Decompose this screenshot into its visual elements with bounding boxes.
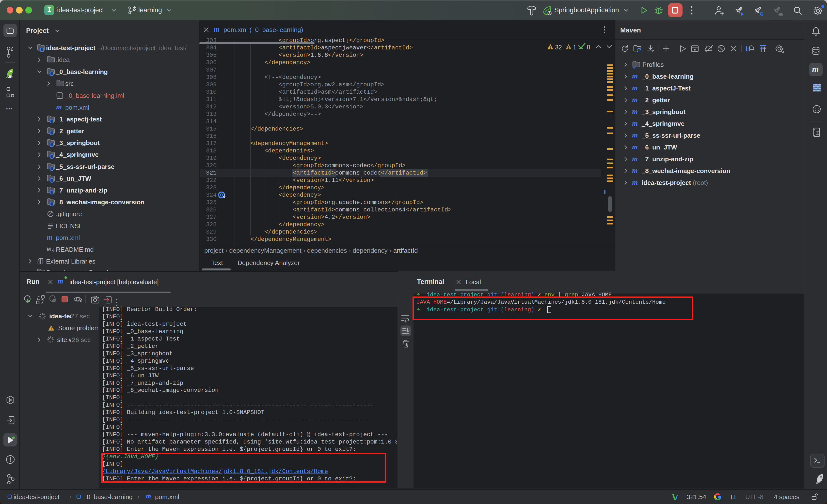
svg-text:JR: JR [817, 480, 823, 484]
svg-text:JR: JR [8, 74, 12, 79]
svg-text:A: A [817, 132, 819, 135]
svg-text:M: M [47, 246, 51, 252]
